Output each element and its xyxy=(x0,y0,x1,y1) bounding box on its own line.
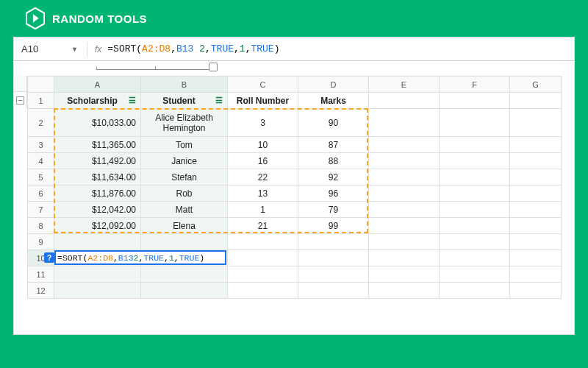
table-row: 2 $10,033.00 Alice Elizabeth Hemington 3… xyxy=(28,109,562,137)
select-all-corner[interactable] xyxy=(28,77,54,93)
table-row: 3 $11,365.00 Tom 10 87 xyxy=(28,137,562,153)
filter-icon[interactable]: ☰ xyxy=(215,96,223,105)
minus-icon: − xyxy=(16,96,24,105)
cell-C6[interactable]: 13 xyxy=(228,185,298,202)
separator xyxy=(87,42,87,57)
formula-input[interactable]: =SORT(A2:D8,B13 2,TRUE,1,TRUE) xyxy=(107,43,279,54)
cell-B5[interactable]: Stefan xyxy=(141,169,228,185)
name-box-dropdown-icon[interactable]: ▼ xyxy=(71,46,78,53)
cell-C4[interactable]: 16 xyxy=(228,153,298,169)
row-header-3[interactable]: 3 xyxy=(28,137,54,153)
cell-B8[interactable]: Elena xyxy=(141,218,228,234)
fx-label: fx xyxy=(95,44,101,54)
column-header-row: A B C D E F G xyxy=(28,77,562,93)
cell-B7[interactable]: Matt xyxy=(141,202,228,218)
formula-range: A2:D8 xyxy=(142,43,171,54)
grid-wrap: − A B C D E F G 1 Scholarship☰ Student☰ … xyxy=(14,76,574,299)
spreadsheet-grid[interactable]: A B C D E F G 1 Scholarship☰ Student☰ Ro… xyxy=(27,76,562,299)
spreadsheet-panel: A10 ▼ fx =SORT(A2:D8,B13 2,TRUE,1,TRUE) … xyxy=(13,37,575,335)
ruler-tick xyxy=(155,66,156,70)
table-row: 1 Scholarship☰ Student☰ Roll Number Mark… xyxy=(28,93,562,109)
col-header-G[interactable]: G xyxy=(510,77,562,93)
row-group-gutter: − xyxy=(14,76,27,299)
table-row: 5 $11,634.00 Stefan 22 92 xyxy=(28,169,562,185)
svg-marker-1 xyxy=(33,14,39,23)
table-row: 7 $12,042.00 Matt 1 79 xyxy=(28,202,562,218)
cell-D5[interactable]: 92 xyxy=(298,169,369,185)
formula-ref: B13 xyxy=(176,43,193,54)
cell-A8[interactable]: $12,092.00 xyxy=(54,218,141,234)
cell-B3[interactable]: Tom xyxy=(141,137,228,153)
row-header-11[interactable]: 11 xyxy=(28,266,54,283)
cell-D8[interactable]: 99 xyxy=(298,218,369,234)
header-student[interactable]: Student☰ xyxy=(141,93,228,109)
cell-D7[interactable]: 79 xyxy=(298,202,369,218)
formula-bar: A10 ▼ fx =SORT(A2:D8,B13 2,TRUE,1,TRUE) xyxy=(14,38,574,61)
cell-A3[interactable]: $11,365.00 xyxy=(54,137,141,153)
brand-name: RANDOM TOOLS xyxy=(52,13,147,25)
col-header-A[interactable]: A xyxy=(54,77,141,93)
row-header-4[interactable]: 4 xyxy=(28,153,54,169)
gutter-corner xyxy=(14,76,27,92)
cell-C7[interactable]: 1 xyxy=(228,202,298,218)
cell-D2[interactable]: 90 xyxy=(298,109,369,137)
row-header-2[interactable]: 2 xyxy=(28,109,54,137)
row-header-7[interactable]: 7 xyxy=(28,202,54,218)
cell-C3[interactable]: 10 xyxy=(228,137,298,153)
cell-B2[interactable]: Alice Elizabeth Hemington xyxy=(141,109,228,137)
cell-D3[interactable]: 87 xyxy=(298,137,369,153)
table-row: 11 xyxy=(28,266,562,283)
col-header-C[interactable]: C xyxy=(228,77,298,93)
col-header-D[interactable]: D xyxy=(298,77,369,93)
table-row: 9 xyxy=(28,234,562,250)
row-header-1[interactable]: 1 xyxy=(28,93,54,109)
cell-A6[interactable]: $11,876.00 xyxy=(54,185,141,202)
cell-B4[interactable]: Janice xyxy=(141,153,228,169)
row-header-8[interactable]: 8 xyxy=(28,218,54,234)
cell-B6[interactable]: Rob xyxy=(141,185,228,202)
table-row: 6 $11,876.00 Rob 13 96 xyxy=(28,185,562,202)
cell-C2[interactable]: 3 xyxy=(228,109,298,137)
header-marks[interactable]: Marks xyxy=(298,93,369,109)
table-row: 12 xyxy=(28,283,562,299)
col-header-F[interactable]: F xyxy=(440,77,510,93)
header-scholarship[interactable]: Scholarship☰ xyxy=(54,93,141,109)
col-header-E[interactable]: E xyxy=(369,77,440,93)
cell-A5[interactable]: $11,634.00 xyxy=(54,169,141,185)
header-roll[interactable]: Roll Number xyxy=(228,93,298,109)
row-header-9[interactable]: 9 xyxy=(28,234,54,250)
formula-fn: SORT xyxy=(113,43,136,54)
name-box[interactable]: A10 xyxy=(14,43,71,54)
app-header: RANDOM TOOLS xyxy=(0,0,588,37)
formula-eq: = xyxy=(107,43,113,54)
cell-A4[interactable]: $11,492.00 xyxy=(54,153,141,169)
row-header-12[interactable]: 12 xyxy=(28,283,54,299)
ruler-handle[interactable] xyxy=(209,63,218,71)
table-row: 4 $11,492.00 Janice 16 88 xyxy=(28,153,562,169)
column-ruler xyxy=(14,61,574,76)
cell-D4[interactable]: 88 xyxy=(298,153,369,169)
table-row: 8 $12,092.00 Elena 21 99 xyxy=(28,218,562,234)
cell-D6[interactable]: 96 xyxy=(298,185,369,202)
col-header-B[interactable]: B xyxy=(141,77,228,93)
filter-icon[interactable]: ☰ xyxy=(129,96,136,105)
cell-C8[interactable]: 21 xyxy=(228,218,298,234)
formula-help-icon[interactable]: ? xyxy=(44,252,54,263)
active-cell-A10[interactable]: =SORT(A2:D8,B13 2,TRUE,1,TRUE) xyxy=(54,250,226,265)
row-header-5[interactable]: 5 xyxy=(28,169,54,185)
cell-A2[interactable]: $10,033.00 xyxy=(54,109,141,137)
logo-hex-icon xyxy=(26,7,45,29)
cell-A7[interactable]: $12,042.00 xyxy=(54,202,141,218)
row-header-6[interactable]: 6 xyxy=(28,185,54,202)
cell-C5[interactable]: 22 xyxy=(228,169,298,185)
collapse-toggle[interactable]: − xyxy=(14,92,27,108)
ruler-track xyxy=(96,67,214,70)
